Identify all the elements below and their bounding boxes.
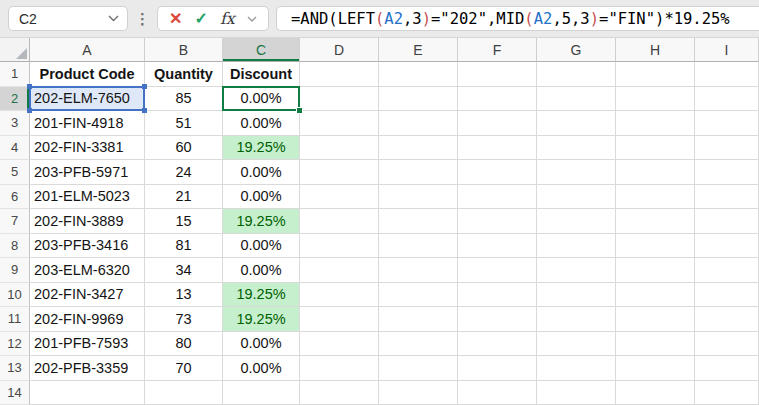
- cell-C10[interactable]: 19.25%: [223, 283, 300, 308]
- name-box-chevron-down-icon[interactable]: [108, 15, 119, 22]
- cell-E9[interactable]: [379, 258, 458, 283]
- cell-C13[interactable]: 0.00%: [223, 356, 300, 381]
- column-header-C[interactable]: C: [223, 38, 300, 62]
- cell-F5[interactable]: [458, 160, 537, 185]
- cell-E11[interactable]: [379, 307, 458, 332]
- column-header-A[interactable]: A: [30, 38, 145, 62]
- cell-D3[interactable]: [300, 111, 379, 136]
- cell-I1[interactable]: [695, 62, 759, 87]
- cell-D13[interactable]: [300, 356, 379, 381]
- cell-F12[interactable]: [458, 332, 537, 357]
- cell-G12[interactable]: [537, 332, 616, 357]
- cell-H11[interactable]: [616, 307, 695, 332]
- cell-B2[interactable]: 85: [145, 87, 223, 112]
- cell-H5[interactable]: [616, 160, 695, 185]
- cell-H4[interactable]: [616, 136, 695, 161]
- cell-D9[interactable]: [300, 258, 379, 283]
- cell-F10[interactable]: [458, 283, 537, 308]
- cell-I5[interactable]: [695, 160, 759, 185]
- select-all-corner[interactable]: [0, 38, 30, 62]
- cell-B13[interactable]: 70: [145, 356, 223, 381]
- cell-H14[interactable]: [616, 381, 695, 405]
- cell-B12[interactable]: 80: [145, 332, 223, 357]
- cell-C9[interactable]: 0.00%: [223, 258, 300, 283]
- cell-D6[interactable]: [300, 185, 379, 210]
- cell-A14[interactable]: [30, 381, 145, 405]
- cell-E12[interactable]: [379, 332, 458, 357]
- cell-I4[interactable]: [695, 136, 759, 161]
- cell-A1[interactable]: Product Code: [30, 62, 145, 87]
- cell-C1[interactable]: Discount: [223, 62, 300, 87]
- cell-F14[interactable]: [458, 381, 537, 405]
- cell-A6[interactable]: 201-ELM-5023: [30, 185, 145, 210]
- cell-E7[interactable]: [379, 209, 458, 234]
- column-header-E[interactable]: E: [379, 38, 458, 62]
- row-header-3[interactable]: 3: [0, 111, 30, 136]
- cell-C14[interactable]: [223, 381, 300, 405]
- cell-B9[interactable]: 34: [145, 258, 223, 283]
- cell-E3[interactable]: [379, 111, 458, 136]
- cell-A11[interactable]: 202-FIN-9969: [30, 307, 145, 332]
- cell-E10[interactable]: [379, 283, 458, 308]
- cell-A9[interactable]: 203-ELM-6320: [30, 258, 145, 283]
- cell-H7[interactable]: [616, 209, 695, 234]
- cell-G11[interactable]: [537, 307, 616, 332]
- cell-C7[interactable]: 19.25%: [223, 209, 300, 234]
- cell-G7[interactable]: [537, 209, 616, 234]
- cell-A5[interactable]: 203-PFB-5971: [30, 160, 145, 185]
- reference-resize-handle[interactable]: [142, 108, 147, 113]
- cell-D4[interactable]: [300, 136, 379, 161]
- column-header-G[interactable]: G: [537, 38, 616, 62]
- cell-A3[interactable]: 201-FIN-4918: [30, 111, 145, 136]
- cell-B7[interactable]: 15: [145, 209, 223, 234]
- cell-G10[interactable]: [537, 283, 616, 308]
- cell-E1[interactable]: [379, 62, 458, 87]
- cell-B11[interactable]: 73: [145, 307, 223, 332]
- cell-E2[interactable]: [379, 87, 458, 112]
- enter-button[interactable]: ✓: [194, 9, 207, 28]
- cell-F3[interactable]: [458, 111, 537, 136]
- cell-B10[interactable]: 13: [145, 283, 223, 308]
- cell-I3[interactable]: [695, 111, 759, 136]
- cell-F4[interactable]: [458, 136, 537, 161]
- cell-I8[interactable]: [695, 234, 759, 259]
- cell-H9[interactable]: [616, 258, 695, 283]
- row-header-12[interactable]: 12: [0, 332, 30, 357]
- cell-A7[interactable]: 202-FIN-3889: [30, 209, 145, 234]
- cell-D12[interactable]: [300, 332, 379, 357]
- cell-D8[interactable]: [300, 234, 379, 259]
- row-header-9[interactable]: 9: [0, 258, 30, 283]
- cell-I10[interactable]: [695, 283, 759, 308]
- reference-resize-handle[interactable]: [27, 108, 32, 113]
- cell-C11[interactable]: 19.25%: [223, 307, 300, 332]
- cell-C3[interactable]: 0.00%: [223, 111, 300, 136]
- cell-F9[interactable]: [458, 258, 537, 283]
- column-header-B[interactable]: B: [145, 38, 223, 62]
- cell-I11[interactable]: [695, 307, 759, 332]
- cell-G8[interactable]: [537, 234, 616, 259]
- row-header-1[interactable]: 1: [0, 62, 30, 87]
- cell-H6[interactable]: [616, 185, 695, 210]
- cell-C4[interactable]: 19.25%: [223, 136, 300, 161]
- cell-D14[interactable]: [300, 381, 379, 405]
- cell-A13[interactable]: 202-PFB-3359: [30, 356, 145, 381]
- cell-F11[interactable]: [458, 307, 537, 332]
- row-header-11[interactable]: 11: [0, 307, 30, 332]
- name-box[interactable]: C2: [8, 6, 128, 31]
- cell-C12[interactable]: 0.00%: [223, 332, 300, 357]
- column-header-D[interactable]: D: [300, 38, 379, 62]
- row-header-10[interactable]: 10: [0, 283, 30, 308]
- cell-I2[interactable]: [695, 87, 759, 112]
- cell-D2[interactable]: [300, 87, 379, 112]
- cell-F7[interactable]: [458, 209, 537, 234]
- row-header-8[interactable]: 8: [0, 234, 30, 259]
- column-header-F[interactable]: F: [458, 38, 537, 62]
- cell-A12[interactable]: 201-PFB-7593: [30, 332, 145, 357]
- cell-F2[interactable]: [458, 87, 537, 112]
- cell-A10[interactable]: 202-FIN-3427: [30, 283, 145, 308]
- cell-E6[interactable]: [379, 185, 458, 210]
- column-header-H[interactable]: H: [616, 38, 695, 62]
- cell-E8[interactable]: [379, 234, 458, 259]
- reference-resize-handle[interactable]: [27, 84, 32, 89]
- cell-B4[interactable]: 60: [145, 136, 223, 161]
